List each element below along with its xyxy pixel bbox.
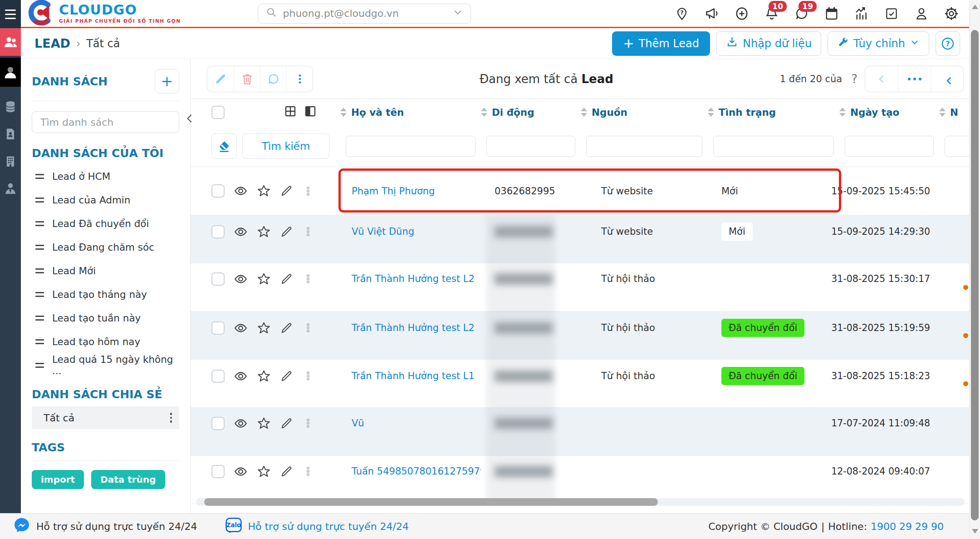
import-data-button[interactable]: Nhập dữ liệu [716,31,821,56]
sidebar-list-item[interactable]: Lead của Admin [32,188,179,212]
lead-name-link[interactable]: Trần Thành Hưởng test L2 [352,322,475,333]
sort-icon[interactable] [708,108,714,117]
tag-button[interactable]: import [32,470,84,489]
lead-name-link[interactable]: Phạm Thị Phương [352,186,435,197]
view-eye-icon[interactable] [234,184,248,198]
edit-pencil-icon[interactable] [280,184,293,198]
view-eye-icon[interactable] [234,272,248,286]
vertical-scrollbar[interactable] [969,0,980,539]
sidebar-list-item[interactable]: Lead Đang chăm sóc [32,235,179,259]
bulk-delete-icon[interactable] [234,66,260,92]
sort-icon[interactable] [839,108,846,117]
column-filter-input[interactable] [845,136,934,157]
edit-pencil-icon[interactable] [280,465,293,478]
collapse-sidebar-chevron[interactable] [184,112,196,127]
row-checkbox[interactable] [211,225,225,238]
sort-icon[interactable] [481,108,487,117]
favorite-star-icon[interactable] [257,416,271,430]
row-checkbox[interactable] [211,417,225,430]
sidebar-list-item[interactable]: Lead tạo tuần này [32,306,179,330]
tag-button[interactable]: Data trùng [91,470,165,489]
add-lead-button[interactable]: + Thêm Lead [612,31,710,56]
list-search-input[interactable] [32,111,179,133]
vertical-scrollbar-thumb[interactable] [971,30,979,520]
rail-company-building-icon[interactable] [0,148,21,175]
next-page-button[interactable] [931,66,963,92]
view-eye-icon[interactable] [234,416,248,430]
row-grip-dots-icon[interactable] [302,321,314,335]
view-eye-icon[interactable] [234,321,248,335]
rail-profile-person-icon[interactable] [0,58,21,87]
hamburger-menu-button[interactable] [0,0,21,28]
prev-page-button[interactable] [865,66,898,92]
table-row[interactable]: Trần Thành Hưởng test L1 Từ hội thảo Đã … [191,360,980,408]
rail-account-manager-icon[interactable] [0,175,21,202]
more-actions-kebab-icon[interactable] [286,66,313,92]
kebab-menu-icon[interactable] [170,413,172,423]
lead-name-link[interactable]: Vũ [352,418,364,429]
help-button[interactable]: ? [936,31,960,56]
column-header[interactable]: Nguồn [581,99,708,125]
column-filter-input[interactable] [486,136,575,157]
user-icon[interactable] [913,5,930,22]
customize-button[interactable]: Tùy chỉnh [828,31,929,56]
map-pin-help-icon[interactable]: ? [673,5,691,22]
analytics-icon[interactable] [853,5,870,22]
breadcrumb-module-link[interactable]: LEAD [34,36,70,50]
drag-handle-icon[interactable] [35,339,44,344]
megaphone-icon[interactable] [703,5,720,22]
row-grip-dots-icon[interactable] [302,416,314,430]
drag-handle-icon[interactable] [35,245,44,250]
column-filter-input[interactable] [713,136,834,157]
view-eye-icon[interactable] [234,369,248,383]
drag-handle-icon[interactable] [35,174,44,179]
sidebar-list-item[interactable]: Lead Đã chuyển đổi [32,212,179,235]
sidebar-list-item[interactable]: Lead quá 15 ngày không ... [32,353,179,377]
row-grip-dots-icon[interactable] [302,272,314,286]
column-header[interactable]: Tình trạng [708,99,839,125]
edit-pencil-icon[interactable] [280,321,293,335]
table-row[interactable]: Vũ 17-07-2024 11:09:48 [191,408,980,456]
bulk-comment-icon[interactable] [260,66,286,92]
sidebar-list-item[interactable]: Lead tạo tháng này [32,282,179,306]
favorite-star-icon[interactable] [257,184,271,198]
search-button[interactable]: Tìm kiếm [242,134,329,159]
clear-filters-eraser-button[interactable] [211,134,237,159]
tasks-check-icon[interactable] [883,5,900,22]
drag-handle-icon[interactable] [35,221,44,226]
lead-name-link[interactable]: Trần Thành Hưởng test L1 [352,371,475,381]
column-view-icon[interactable] [304,104,317,120]
edit-pencil-icon[interactable] [280,272,293,286]
favorite-star-icon[interactable] [257,321,271,335]
column-filter-input[interactable] [346,136,475,157]
notifications-bell-icon[interactable]: 10 [763,5,780,22]
pagination-total-help[interactable]: ? [851,72,858,86]
hotline-number-link[interactable]: 1900 29 29 90 [871,521,944,532]
horizontal-scrollbar-track[interactable] [196,498,965,506]
rail-contact-card-icon[interactable] [0,120,21,148]
messenger-support[interactable]: Hỗ trợ sử dụng trực tuyến 24/24 [13,516,197,537]
table-row[interactable]: Trần Thành Hưởng test L2 Từ hội thảo 31-… [191,263,980,312]
add-list-button[interactable]: + [155,69,179,94]
drag-handle-icon[interactable] [35,363,44,368]
select-all-checkbox[interactable] [211,106,225,119]
settings-gear-icon[interactable] [943,5,960,22]
row-grip-dots-icon[interactable] [302,369,314,383]
horizontal-scrollbar-thumb[interactable] [204,498,658,506]
favorite-star-icon[interactable] [257,369,271,383]
column-header[interactable]: Di động [481,99,581,125]
favorite-star-icon[interactable] [257,465,271,479]
row-grip-dots-icon[interactable] [302,225,314,238]
sidebar-list-item[interactable]: Lead Mới [32,259,179,282]
table-row[interactable]: Vũ Việt Dũng Từ website Mới 15-09-2025 1… [191,215,980,263]
row-checkbox[interactable] [211,272,225,286]
rail-leads-people-icon[interactable] [0,28,21,56]
column-filter-input[interactable] [586,136,702,157]
view-eye-icon[interactable] [234,465,248,479]
sort-icon[interactable] [581,108,587,117]
rail-database-icon[interactable] [0,93,21,120]
grid-view-icon[interactable] [284,104,297,120]
sidebar-list-item[interactable]: Lead ở HCM [32,164,179,188]
sidebar-list-item[interactable]: Lead tạo hôm nay [32,330,179,353]
sort-icon[interactable] [340,108,347,117]
